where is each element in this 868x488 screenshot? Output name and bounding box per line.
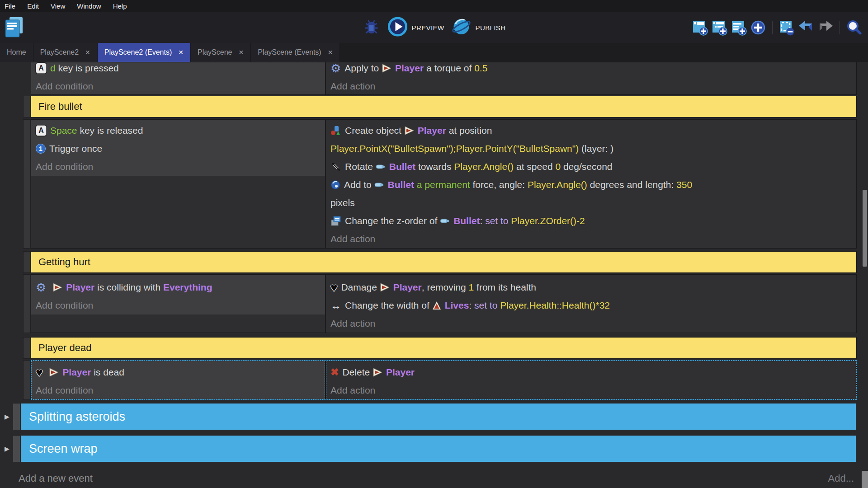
event-drag-handle[interactable] [23,119,31,249]
force-sphere-icon [330,180,340,190]
text-segment: 0.5 [474,63,487,74]
text-segment: a permanent [417,179,470,190]
menu-file[interactable]: File [0,0,21,12]
action-line[interactable]: Player.PointX("BulletSpawn");Player.Poin… [326,140,856,158]
group-event-screen-wrap[interactable]: ▶Screen wrap [21,436,856,462]
action-line[interactable]: Change the z-order of Bullet: set to Pla… [326,212,856,230]
text-segment: Player [393,282,422,293]
text-segment: Delete [342,367,373,378]
add-condition-link[interactable]: Add condition [31,158,325,176]
action-line[interactable]: ✖Delete Player [326,363,856,381]
add-comment-icon[interactable] [730,19,747,36]
publish-label: PUBLISH [475,24,505,32]
comment-text: Player dead [38,342,91,354]
action-line[interactable]: ⚙Apply to Player a torque of 0.5 [326,62,856,77]
undo-icon[interactable] [797,19,815,36]
event-drag-handle[interactable] [23,96,31,117]
tab-playscene2-events[interactable]: PlayScene2 (Events)✕ [98,43,191,62]
action-line[interactable]: Add to Bullet a permanent force, angle: … [326,176,856,194]
player-ship-icon [380,283,390,292]
add-new-event-link[interactable]: Add a new event [19,473,93,484]
tab-close-icon[interactable]: ✕ [328,49,333,56]
menu-view[interactable]: View [45,0,71,12]
comment-event[interactable]: Player dead [31,337,857,359]
redo-icon[interactable] [817,19,834,36]
add-action-link[interactable]: Add action [326,77,856,95]
debugger-icon[interactable] [363,18,381,37]
event-drag-handle[interactable] [23,274,31,333]
add-condition-link[interactable]: Add condition [31,381,325,399]
publish-button[interactable]: PUBLISH [451,17,505,38]
text-segment: d [50,63,56,74]
event-drag-handle[interactable] [23,337,31,359]
event-drag-handle[interactable] [13,403,20,430]
tab-label: PlayScene (Events) [258,48,321,56]
condition-line[interactable]: 1Trigger once [31,140,325,158]
condition-line[interactable]: ASpace key is released [31,122,325,140]
toolbar: PREVIEW PUBLISH [0,12,868,43]
event-drag-handle[interactable] [23,360,31,400]
text-segment: Damage [341,282,379,293]
actions-cell: ✖Delete PlayerAdd action [326,361,856,399]
add-action-link[interactable]: Add action [326,230,856,248]
text-segment: 1 [469,282,474,293]
event-drag-handle[interactable] [23,251,31,273]
action-line[interactable]: pixels [326,194,856,212]
text-segment: Player [418,125,446,136]
text-segment: Player [62,367,91,378]
comment-text: Getting hurt [38,256,90,268]
condition-line[interactable]: Ad key is pressed [31,62,325,77]
action-line[interactable]: ↔Change the width of Lives: set to Playe… [326,296,856,314]
player-ship-icon [49,368,59,377]
keyboard-key-icon: A [36,125,47,136]
condition-line[interactable]: ♥ Player is dead [31,363,325,381]
menu-help[interactable]: Help [107,0,133,12]
add-event-icon[interactable] [691,19,708,36]
scrollbar-track[interactable] [862,62,868,488]
group-title: Splitting asteroids [29,410,125,424]
add-circle-icon[interactable] [750,19,767,36]
text-segment: : [469,300,474,311]
tab-playscene-events[interactable]: PlayScene (Events)✕ [251,43,340,62]
tab-playscene[interactable]: PlayScene✕ [191,43,251,62]
collapse-arrow-icon[interactable]: ▶ [5,413,9,420]
tab-close-icon[interactable]: ✕ [238,49,244,56]
text-segment: towards [415,161,454,172]
comment-event[interactable]: Getting hurt [31,251,857,273]
text-segment: Space [50,125,77,136]
player-ship-icon [52,283,62,292]
group-event-splitting-asteroids[interactable]: ▶Splitting asteroids [21,404,856,430]
add-more-button[interactable]: Add... [828,473,854,484]
collapse-arrow-icon[interactable]: ▶ [5,445,9,452]
text-segment: Player [66,282,94,293]
z-order-layers-icon [330,216,341,226]
add-action-link[interactable]: Add action [326,381,856,399]
action-line[interactable]: Rotate Bullet towards Player.Angle() at … [326,158,856,176]
tab-playscene2[interactable]: PlayScene2✕ [33,43,98,62]
tab-label: PlayScene [198,48,232,56]
add-subevent-icon[interactable] [711,19,728,36]
menu-window[interactable]: Window [71,0,107,12]
add-condition-link[interactable]: Add condition [31,296,325,314]
text-segment: degrees and length: [587,179,676,190]
condition-line[interactable]: ⚙ Player is colliding with Everything [31,278,325,296]
menu-bar: FileEditViewWindowHelp [0,0,868,12]
preview-button[interactable]: PREVIEW [388,17,444,38]
scrollbar-thumb[interactable] [863,190,867,267]
comment-event[interactable]: Fire bullet [31,96,857,117]
tab-label: Home [7,48,26,56]
text-segment: key is released [77,125,143,136]
tab-home[interactable]: Home [0,43,33,62]
event-drag-handle[interactable] [13,435,20,462]
tab-close-icon[interactable]: ✕ [85,49,90,56]
action-line[interactable]: Create object Player at position [326,122,856,140]
add-action-link[interactable]: Add action [326,314,856,333]
player-ship-icon [404,126,414,135]
search-icon[interactable] [845,19,863,36]
menu-edit[interactable]: Edit [21,0,45,12]
add-condition-link[interactable]: Add condition [31,77,325,95]
tab-close-icon[interactable]: ✕ [178,49,184,56]
action-line[interactable]: ♥Damage Player, removing 1 from its heal… [326,278,856,296]
remove-selection-icon[interactable] [778,19,795,36]
text-segment: : [480,216,485,226]
